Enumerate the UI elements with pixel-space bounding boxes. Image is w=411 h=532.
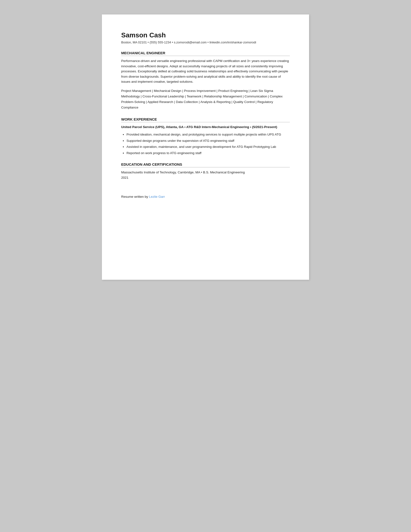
education-institution: Massachusetts Institute of Technology, C…: [121, 170, 290, 175]
job-bullets-list: Provided ideation, mechanical design, an…: [127, 132, 290, 156]
summary-text: Performance-driven and versatile enginee…: [121, 58, 290, 85]
author-link[interactable]: Lezlie Garr: [149, 195, 165, 199]
profession-title: MECHANICAL ENGINEER: [121, 51, 290, 56]
job-title-line: United Parcel Service (UPS), Atlanta, GA…: [121, 125, 290, 130]
written-by-prefix: Resume written by: [121, 195, 149, 199]
written-by: Resume written by Lezlie Garr: [121, 195, 290, 199]
candidate-name: Samson Cash: [121, 31, 290, 39]
education-title: EDUCATION AND CERTIFICATIONS: [121, 162, 290, 167]
bullet-item: Reported on work progress to ATG enginee…: [127, 151, 290, 156]
education-year: 2021: [121, 175, 290, 180]
bullet-item: Assisted in operation, maintenance, and …: [127, 144, 290, 150]
employer-line: United Parcel Service (UPS), Atlanta, GA…: [121, 125, 277, 129]
contact-info: Boston, MA 02101 • (555) 555-1234 • s.zo…: [121, 40, 290, 44]
work-experience-title: WORK EXPERIENCE: [121, 117, 290, 122]
bullet-item: Supported design programs under the supe…: [127, 138, 290, 143]
skills-text: Project Management | Mechanical Design |…: [121, 88, 290, 110]
bullet-item: Provided ideation, mechanical design, an…: [127, 132, 290, 137]
resume-page: Samson Cash Boston, MA 02101 • (555) 555…: [102, 14, 309, 280]
